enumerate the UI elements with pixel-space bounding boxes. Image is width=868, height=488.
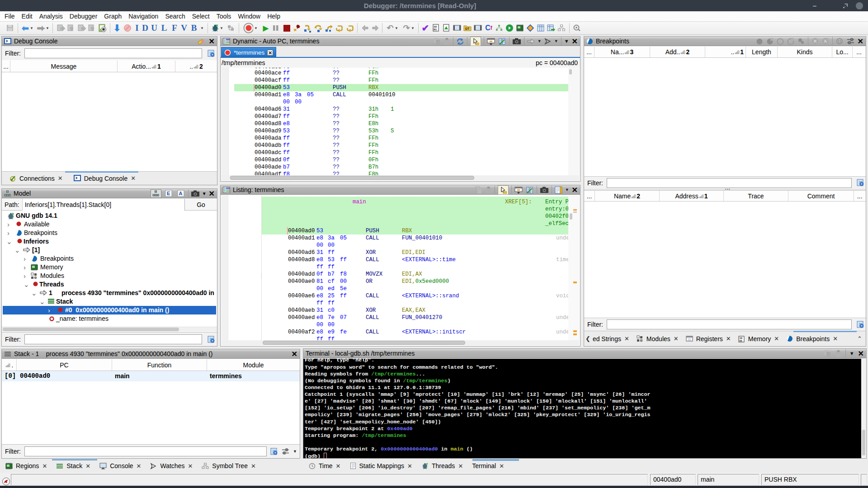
svg-text:DT: DT [465, 27, 470, 30]
svg-text:01: 01 [739, 339, 742, 342]
svg-text:01: 01 [434, 28, 437, 31]
svg-text:E: E [167, 191, 170, 196]
svg-text:A: A [179, 191, 182, 196]
